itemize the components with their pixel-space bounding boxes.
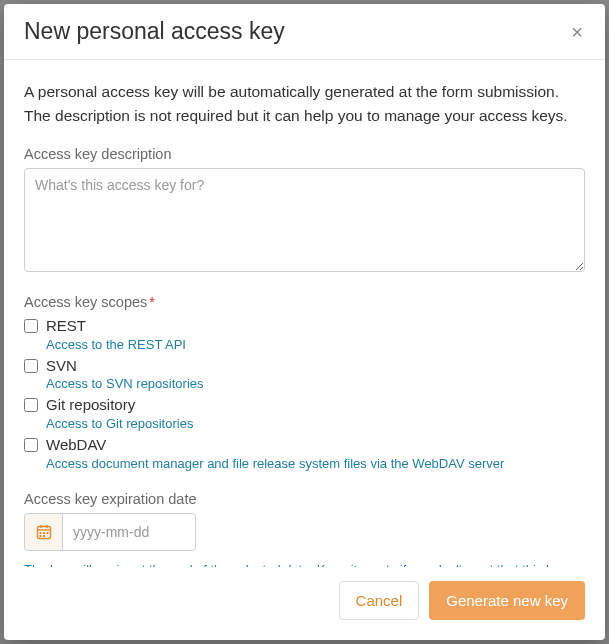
expiration-section: Access key expiration date The key will … — [24, 491, 585, 567]
generate-key-button[interactable]: Generate new key — [429, 581, 585, 620]
scope-name: REST — [46, 316, 585, 336]
scope-webdav-checkbox[interactable] — [24, 438, 38, 452]
scope-svn: SVN Access to SVN repositories — [24, 356, 585, 394]
svg-rect-7 — [39, 535, 41, 537]
scopes-label: Access key scopes* — [24, 294, 585, 310]
scope-desc: Access document manager and file release… — [46, 455, 585, 473]
close-icon: × — [571, 21, 583, 43]
scope-desc: Access to Git repositories — [46, 415, 585, 433]
scope-body: REST Access to the REST API — [46, 316, 585, 354]
required-marker: * — [149, 294, 155, 310]
scope-rest-checkbox[interactable] — [24, 319, 38, 333]
scope-git: Git repository Access to Git repositorie… — [24, 395, 585, 433]
scope-webdav: WebDAV Access document manager and file … — [24, 435, 585, 473]
modal-title: New personal access key — [24, 18, 285, 45]
scope-body: WebDAV Access document manager and file … — [46, 435, 585, 473]
close-button[interactable]: × — [569, 22, 585, 42]
svg-rect-6 — [46, 532, 48, 534]
svg-rect-4 — [39, 532, 41, 534]
description-label: Access key description — [24, 146, 585, 162]
scope-name: WebDAV — [46, 435, 585, 455]
modal-new-access-key: New personal access key × A personal acc… — [4, 4, 605, 640]
scope-name: Git repository — [46, 395, 585, 415]
scopes-section: Access key scopes* REST Access to the RE… — [24, 294, 585, 473]
scope-body: Git repository Access to Git repositorie… — [46, 395, 585, 433]
scopes-label-text: Access key scopes — [24, 294, 147, 310]
modal-footer: Cancel Generate new key — [4, 567, 605, 640]
scope-desc: Access to the REST API — [46, 336, 585, 354]
modal-body: A personal access key will be automatica… — [4, 60, 605, 567]
scope-desc: Access to SVN repositories — [46, 375, 585, 393]
description-section: Access key description — [24, 146, 585, 276]
modal-header: New personal access key × — [4, 4, 605, 60]
expiration-label: Access key expiration date — [24, 491, 585, 507]
svg-rect-5 — [43, 532, 45, 534]
svg-rect-8 — [43, 535, 45, 537]
date-input-group — [24, 513, 196, 551]
intro-text: A personal access key will be automatica… — [24, 80, 585, 128]
calendar-icon[interactable] — [24, 513, 62, 551]
scope-body: SVN Access to SVN repositories — [46, 356, 585, 394]
expiration-date-input[interactable] — [62, 513, 196, 551]
description-input[interactable] — [24, 168, 585, 272]
cancel-button[interactable]: Cancel — [339, 581, 420, 620]
scope-name: SVN — [46, 356, 585, 376]
scope-rest: REST Access to the REST API — [24, 316, 585, 354]
scope-svn-checkbox[interactable] — [24, 359, 38, 373]
scope-git-checkbox[interactable] — [24, 398, 38, 412]
